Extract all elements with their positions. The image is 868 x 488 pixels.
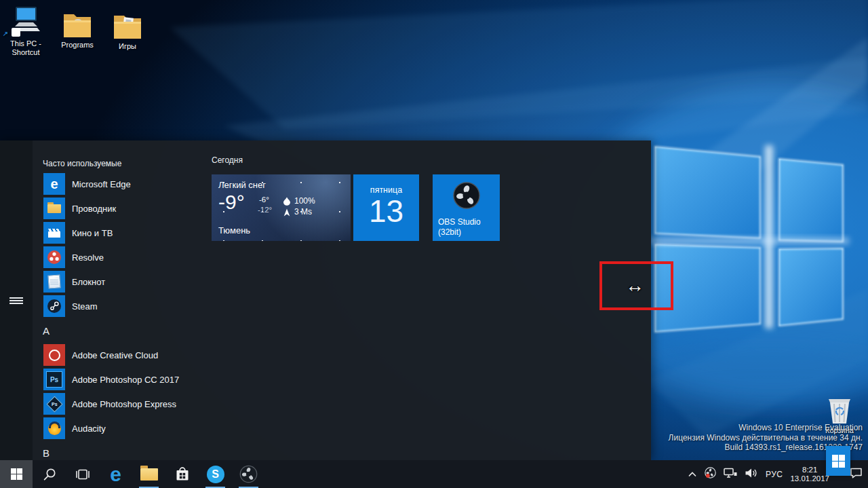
app-item-audacity[interactable]: Audacity — [33, 416, 219, 440]
tray-chevron-button[interactable] — [688, 468, 697, 481]
search-icon — [43, 468, 56, 481]
weather-tile[interactable]: Легкий снег -9° -6° -12° 100% 3 Ms Тюмен… — [212, 174, 351, 241]
windows-desktop: ↗ This PC - Shortcut Programs Игры — [0, 0, 868, 488]
app-item-microsoft-edge[interactable]: e Microsoft Edge — [33, 172, 219, 196]
start-menu: Часто используемые e Microsoft Edge Пров… — [0, 140, 651, 460]
movies-tv-icon — [43, 222, 65, 244]
tile-group-header[interactable]: Сегодня — [212, 155, 243, 165]
wind-direction-icon — [283, 207, 290, 219]
weather-precipitation: 100% — [294, 196, 315, 206]
file-explorer-icon — [43, 198, 65, 219]
obs-logo-icon — [452, 181, 481, 212]
weather-wind: 3 Ms — [294, 207, 312, 217]
obs-icon — [239, 465, 258, 483]
shortcut-arrow-icon: ↗ — [3, 29, 8, 38]
calendar-day: 13 — [353, 195, 419, 227]
action-center-icon — [850, 467, 863, 478]
taskbar-clock[interactable]: 8:21 13.01.2017 — [790, 466, 829, 483]
obs-recording-icon — [705, 467, 716, 478]
app-item-steam[interactable]: Steam — [33, 294, 219, 318]
app-item-photoshop-express[interactable]: Ps Adobe Photoshop Express — [33, 392, 219, 416]
photoshop-icon: Ps — [43, 369, 65, 390]
steam-icon — [43, 295, 65, 317]
recycle-bin-icon — [823, 391, 856, 425]
desktop-icon-label: Игры — [119, 42, 136, 51]
taskbar-search-button[interactable] — [33, 460, 66, 488]
frequent-apps-header: Часто используемые — [33, 155, 219, 172]
tray-volume-button[interactable] — [745, 468, 758, 481]
taskbar-edge-button[interactable]: e — [99, 460, 132, 488]
notepad-icon — [43, 271, 65, 293]
obs-tile-label: OBS Studio (32bit) — [438, 217, 481, 238]
chevron-up-icon — [688, 471, 697, 478]
desktop-icon-programs[interactable]: Programs — [53, 5, 102, 50]
start-menu-rail — [0, 140, 33, 460]
watermark-line: Лицензия Windows действительна в течение… — [669, 433, 863, 443]
watermark-line: Windows 10 Enterprise Evaluation — [669, 423, 863, 433]
app-item-movies-tv[interactable]: Кино и ТВ — [33, 221, 219, 245]
taskbar-store-button[interactable] — [165, 460, 199, 488]
app-item-explorer[interactable]: Проводник — [33, 196, 219, 221]
creative-cloud-icon — [43, 344, 65, 366]
calendar-tile[interactable]: пятница 13 — [353, 174, 419, 241]
tray-network-button[interactable] — [724, 468, 737, 481]
taskbar: e S — [0, 460, 868, 488]
desktop-icon-label: Programs — [61, 41, 94, 50]
weather-temperature: -9° — [218, 191, 245, 214]
start-menu-app-list: Часто используемые e Microsoft Edge Пров… — [33, 155, 219, 465]
hamburger-icon — [9, 296, 23, 305]
obs-studio-tile[interactable]: OBS Studio (32bit) — [433, 174, 500, 241]
weather-low: -12° — [258, 206, 272, 214]
desktop-icon-label: This PC - Shortcut — [1, 39, 50, 57]
photoshop-express-icon: Ps — [43, 393, 65, 415]
edge-icon: e — [110, 464, 121, 485]
weather-city: Тюмень — [218, 225, 250, 236]
windows-logo-icon — [11, 468, 22, 480]
section-header-a[interactable]: A — [33, 318, 219, 343]
this-pc-icon: ↗ — [9, 4, 43, 38]
store-icon — [175, 466, 190, 483]
desktop-icon-this-pc[interactable]: ↗ This PC - Shortcut — [1, 4, 50, 57]
task-view-icon — [75, 468, 91, 481]
weather-high: -6° — [259, 195, 269, 204]
app-item-notepad[interactable]: Блокнот — [33, 269, 219, 294]
start-button[interactable] — [0, 460, 33, 488]
resolve-icon — [43, 246, 65, 268]
audacity-icon — [43, 417, 65, 439]
volume-icon — [745, 468, 758, 478]
desktop-icon-games[interactable]: Игры — [103, 7, 152, 51]
edge-icon: e — [43, 173, 65, 195]
taskbar-obs-button[interactable] — [232, 460, 265, 488]
taskbar-explorer-button[interactable] — [132, 460, 165, 488]
hamburger-menu-button[interactable] — [0, 286, 33, 316]
games-folder-icon — [112, 7, 143, 41]
tray-date: 13.01.2017 — [790, 474, 829, 483]
file-explorer-icon — [140, 468, 158, 481]
task-view-button[interactable] — [66, 460, 99, 488]
tray-obs-button[interactable] — [705, 467, 716, 481]
resize-cursor-icon: ↔ — [625, 275, 644, 297]
app-item-resolve[interactable]: Resolve — [33, 245, 219, 269]
windows-logo-badge[interactable] — [826, 446, 850, 476]
app-item-photoshop-cc[interactable]: Ps Adobe Photoshop CC 2017 — [33, 367, 219, 392]
weather-condition: Легкий снег — [218, 180, 266, 190]
language-indicator[interactable]: РУС — [766, 470, 783, 479]
windows-flag-icon — [832, 455, 845, 468]
app-item-adobe-creative-cloud[interactable]: Adobe Creative Cloud — [33, 343, 219, 367]
skype-icon: S — [207, 466, 224, 483]
taskbar-skype-button[interactable]: S — [199, 460, 232, 488]
action-center-button[interactable] — [850, 467, 863, 481]
programs-folder-icon — [62, 5, 93, 39]
tray-time: 8:21 — [790, 466, 829, 474]
network-icon — [724, 468, 737, 478]
